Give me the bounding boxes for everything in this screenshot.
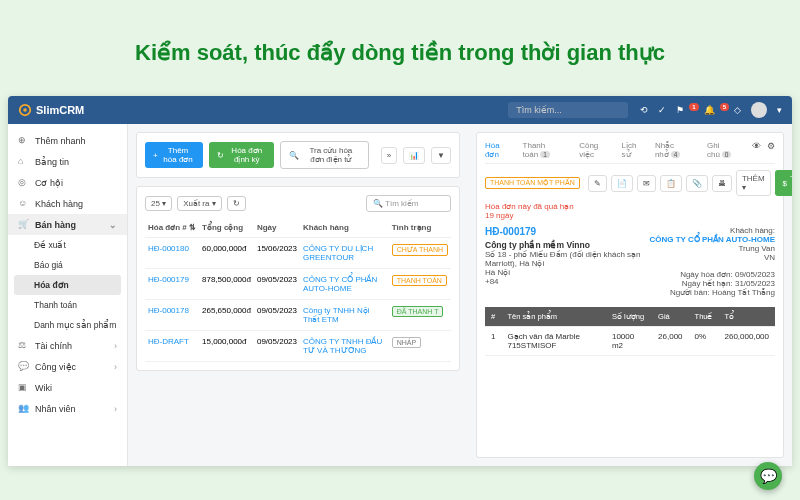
note-icon[interactable]: 📋 bbox=[660, 175, 682, 192]
overdue-warning: Hóa đơn này đã quá hạn 19 ngày bbox=[485, 202, 775, 220]
flag-icon[interactable]: ⚑1 bbox=[676, 105, 693, 115]
invoice-id-link[interactable]: HĐ-000179 bbox=[145, 269, 199, 300]
avatar[interactable] bbox=[751, 102, 767, 118]
sidebar-item-staff[interactable]: 👥Nhân viên› bbox=[8, 398, 127, 419]
copy-icon[interactable]: 📄 bbox=[611, 175, 633, 192]
seller-city: Hà Nội bbox=[485, 268, 649, 277]
global-search-input[interactable]: Tìm kiếm... bbox=[508, 102, 628, 118]
customer-link[interactable]: CÔNG TY TNHH ĐẦU TƯ VÀ THƯƠNG bbox=[300, 331, 389, 362]
mail-icon[interactable]: ✉ bbox=[637, 175, 656, 192]
tab-Hóa đơn[interactable]: Hóa đơn bbox=[485, 141, 513, 159]
col-id[interactable]: Hóa đơn # ⇅ bbox=[145, 218, 199, 238]
check-icon[interactable]: ✓ bbox=[658, 105, 666, 115]
customer-link[interactable]: Công ty TNHH Nội Thất ETM bbox=[300, 300, 389, 331]
user-chevron-icon[interactable]: ▾ bbox=[777, 105, 782, 115]
sidebar-item-sales[interactable]: 🛒Bán hàng⌄ bbox=[8, 214, 127, 235]
sidebar-item-payment[interactable]: Thanh toán bbox=[8, 295, 127, 315]
export-button[interactable]: Xuất ra ▾ bbox=[177, 196, 222, 211]
customer-label: Khách hàng: bbox=[649, 226, 775, 235]
pay-button[interactable]: $Thanh toán bbox=[775, 170, 792, 196]
invoice-id-link[interactable]: HĐ-000180 bbox=[145, 238, 199, 269]
status-tag: CHƯA THANH bbox=[392, 244, 448, 256]
customer-link[interactable]: CÔNG TY CỔ PHẦN AUTO-HOME bbox=[649, 235, 775, 244]
invoice-number: HĐ-000179 bbox=[485, 226, 649, 237]
invoice-id-link[interactable]: HĐ-DRAFT bbox=[145, 331, 199, 362]
svg-point-1 bbox=[23, 108, 27, 112]
col-total[interactable]: Tổng cộng bbox=[199, 218, 254, 238]
status-tag: NHÁP bbox=[392, 337, 421, 348]
sidebar-item-finance[interactable]: ⚖Tài chính› bbox=[8, 335, 127, 356]
table-row[interactable]: HĐ-000179878,500,000đ09/05/2023CÔNG TY C… bbox=[145, 269, 451, 300]
settings-icon[interactable]: ⚙ bbox=[767, 141, 775, 159]
chart-button[interactable]: 📊 bbox=[403, 147, 425, 164]
page-banner: Kiểm soát, thúc đẩy dòng tiền trong thời… bbox=[0, 0, 800, 96]
customer-location: Trung Van bbox=[649, 244, 775, 253]
product-row: 1Gạch vân đá Marble 715STMISOF10000 m226… bbox=[485, 327, 775, 356]
col-status[interactable]: Tình trạng bbox=[389, 218, 451, 238]
tab-Ghi chú[interactable]: Ghi chú0 bbox=[707, 141, 742, 159]
customer-country: VN bbox=[649, 253, 775, 262]
sidebar-item-wiki[interactable]: ▣Wiki bbox=[8, 377, 127, 398]
filter-button[interactable]: ▼ bbox=[431, 147, 451, 164]
add-invoice-button[interactable]: +Thêm hóa đơn bbox=[145, 142, 203, 168]
chevron-right-icon: › bbox=[114, 404, 117, 414]
chevron-down-icon: ⌄ bbox=[109, 220, 117, 230]
sidebar-item-tasks[interactable]: 💬Công việc› bbox=[8, 356, 127, 377]
chevron-right-icon: › bbox=[114, 341, 117, 351]
status-tag: ĐÃ THANH T bbox=[392, 306, 444, 317]
quick-add-button[interactable]: ⊕Thêm nhanh bbox=[8, 130, 127, 151]
sidebar-item-opportunity[interactable]: ◎Cơ hội bbox=[8, 172, 127, 193]
bell-icon[interactable]: 🔔5 bbox=[704, 105, 724, 115]
brand-logo[interactable]: SlimCRM bbox=[18, 103, 84, 117]
table-row[interactable]: HĐ-000178265,650,000đ09/05/2023Công ty T… bbox=[145, 300, 451, 331]
table-row[interactable]: HĐ-DRAFT15,000,000đ09/05/2023CÔNG TY TNH… bbox=[145, 331, 451, 362]
share-icon[interactable]: ⟲ bbox=[640, 105, 648, 115]
print-icon[interactable]: 🖶 bbox=[712, 175, 732, 192]
sidebar-item-customers[interactable]: ☺Khách hàng bbox=[8, 193, 127, 214]
recurring-invoice-button[interactable]: ↻Hóa đơn định kỳ bbox=[209, 142, 274, 168]
invoice-detail-card: Hóa đơnThanh toán1Công việcLịch sửNhắc n… bbox=[476, 132, 784, 458]
edit-icon[interactable]: ✎ bbox=[588, 175, 607, 192]
table-row[interactable]: HĐ-00018060,000,000đ15/06/2023CÔNG TY DU… bbox=[145, 238, 451, 269]
detail-tabs: Hóa đơnThanh toán1Công việcLịch sửNhắc n… bbox=[485, 141, 775, 164]
seller-phone: +84 bbox=[485, 277, 649, 286]
dollar-icon: $ bbox=[783, 179, 787, 188]
refresh-button[interactable]: ↻ bbox=[227, 196, 246, 211]
tab-Công việc[interactable]: Công việc bbox=[579, 141, 611, 159]
sidebar-item-proposal[interactable]: Đề xuất bbox=[8, 235, 127, 255]
status-badge: THANH TOÁN MỘT PHẦN bbox=[485, 177, 580, 189]
sidebar-item-products[interactable]: Danh mục sản phẩm bbox=[8, 315, 127, 335]
col-date[interactable]: Ngày bbox=[254, 218, 300, 238]
tab-Thanh toán[interactable]: Thanh toán1 bbox=[523, 141, 570, 159]
gear-icon bbox=[18, 103, 32, 117]
collapse-button[interactable]: » bbox=[381, 147, 397, 164]
chevron-right-icon: › bbox=[114, 362, 117, 372]
lookup-einvoice-button[interactable]: 🔍Tra cứu hóa đơn điện tử bbox=[280, 141, 369, 169]
view-icon[interactable]: 👁 bbox=[752, 141, 761, 159]
sidebar: ⊕Thêm nhanh ⌂Bảng tin ◎Cơ hội ☺Khách hàn… bbox=[8, 124, 128, 466]
tab-Nhắc nhở[interactable]: Nhắc nhở4 bbox=[655, 141, 697, 159]
sidebar-item-dashboard[interactable]: ⌂Bảng tin bbox=[8, 151, 127, 172]
invoice-list-card: 25 ▾ Xuất ra ▾ ↻ 🔍 Tìm kiếm Hóa đơn # ⇅ … bbox=[136, 186, 460, 371]
more-dropdown[interactable]: THÊM ▾ bbox=[736, 170, 771, 196]
tab-Lịch sử[interactable]: Lịch sử bbox=[622, 141, 645, 159]
product-table: # Tên sản phẩm Số lượng Giá Thuế Tổ 1Gạc… bbox=[485, 307, 775, 356]
app-window: SlimCRM Tìm kiếm... ⟲ ✓ ⚑1 🔔5 ◇ ▾ ⊕Thêm … bbox=[8, 96, 792, 466]
page-size-select[interactable]: 25 ▾ bbox=[145, 196, 172, 211]
invoice-toolbar: +Thêm hóa đơn ↻Hóa đơn định kỳ 🔍Tra cứu … bbox=[136, 132, 460, 178]
seller-company: Công ty phần mềm Vinno bbox=[485, 240, 649, 250]
attach-icon[interactable]: 📎 bbox=[686, 175, 708, 192]
search-icon: 🔍 bbox=[289, 151, 299, 160]
alert-icon[interactable]: ◇ bbox=[734, 105, 741, 115]
sidebar-item-invoice[interactable]: Hóa đơn bbox=[14, 275, 121, 295]
col-cust[interactable]: Khách hàng bbox=[300, 218, 389, 238]
invoice-id-link[interactable]: HĐ-000178 bbox=[145, 300, 199, 331]
customer-link[interactable]: CÔNG TY CỔ PHẦN AUTO-HOME bbox=[300, 269, 389, 300]
plus-icon: + bbox=[153, 151, 158, 160]
customer-link[interactable]: CÔNG TY DU LỊCH GREENTOUR bbox=[300, 238, 389, 269]
list-search-input[interactable]: 🔍 Tìm kiếm bbox=[366, 195, 451, 212]
status-tag: THANH TOÁN bbox=[392, 275, 447, 286]
sidebar-item-quote[interactable]: Báo giá bbox=[8, 255, 127, 275]
top-bar: SlimCRM Tìm kiếm... ⟲ ✓ ⚑1 🔔5 ◇ ▾ bbox=[8, 96, 792, 124]
invoice-table: Hóa đơn # ⇅ Tổng cộng Ngày Khách hàng Tì… bbox=[145, 218, 451, 362]
